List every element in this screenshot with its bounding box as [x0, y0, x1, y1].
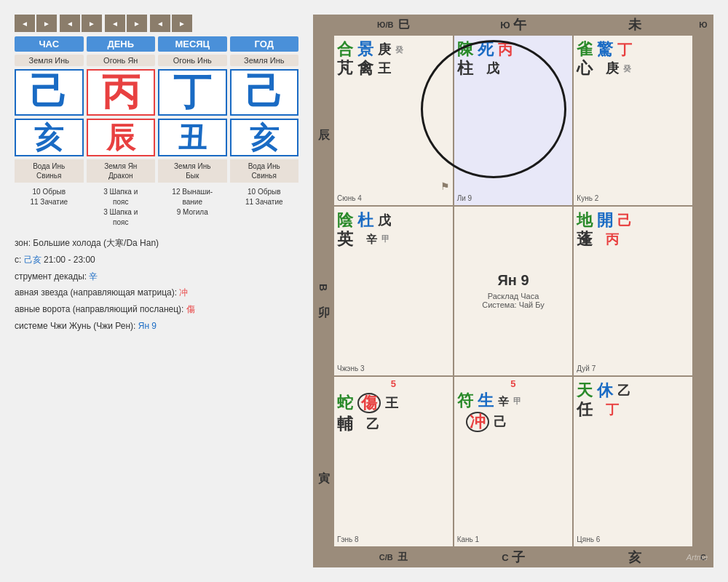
text-line-1: с: 己亥 21:00 - 23:00	[15, 252, 298, 268]
label-3: авная звезда (направляющая матрица):	[15, 287, 179, 298]
label-4: авные ворота (направляющий посланец):	[15, 304, 186, 314]
char-wang2: 王	[385, 396, 398, 410]
small-char-0: 亥	[15, 119, 84, 156]
char-kai: 開	[597, 212, 613, 228]
elem-label-3: Земля Инь	[230, 55, 299, 66]
label-0: зон:	[15, 238, 33, 248]
col-header-year: ГОД	[230, 36, 299, 52]
elem-label-0: Земля Инь	[15, 55, 84, 66]
dir-top-4: Ю	[693, 15, 713, 35]
dir-right-1	[693, 35, 713, 206]
info-label-3: Вода ИньСвинья	[230, 159, 299, 183]
right-panel: Ю/В 巳 Ю 午 未 Ю 辰 合 景 庚 癸 芃 禽	[313, 15, 713, 567]
char-ren: 任	[577, 402, 593, 418]
dir-top-3: 未	[573, 15, 693, 35]
dir-bot-3: 亥	[573, 547, 693, 567]
nav-day-fwd[interactable]: ►	[82, 15, 102, 32]
cell-center: Ян 9 Расклад Часа Система: Чай Бу	[454, 206, 574, 377]
char-space4	[597, 231, 601, 247]
char-sheng: 生	[478, 393, 494, 409]
small-char-3: 亥	[230, 119, 299, 156]
text-info: зон: Большие холода (大寒/Da Han) с: 己亥 21…	[15, 235, 298, 335]
char-wu2: 戊	[378, 214, 391, 227]
scroll-syun4: ⚑	[440, 180, 450, 192]
nav-day-back[interactable]: ◄	[60, 15, 80, 32]
text-line-4: авные ворота (направляющий посланец): 傷	[15, 301, 298, 318]
char-jing2: 驚	[597, 41, 613, 57]
nav-hour-back[interactable]: ◄	[15, 15, 35, 32]
char-xin1: 心	[577, 60, 593, 76]
char-space6	[457, 414, 462, 430]
sector-gen8: Гэнь 8	[337, 535, 359, 543]
nav-group-year: ◄ ►	[150, 15, 192, 32]
main-container: ◄ ► ◄ ► ◄ ► ◄ ► ЧАС ДЕНЬ МЕСЯЦ ГОД	[0, 0, 728, 582]
val-3: 冲	[179, 287, 188, 298]
char-yin: 陰	[337, 212, 353, 228]
char-xiu: 休	[597, 383, 613, 399]
dir-left-3: 寅	[313, 376, 333, 547]
nav-group-hour: ◄ ►	[15, 15, 57, 32]
char-jing: 景	[357, 41, 373, 57]
char-qin: 禽	[357, 60, 373, 76]
cell-syun4: 合 景 庚 癸 芃 禽 王 Сюнь 4 ⚑	[333, 35, 454, 206]
val-1-char: 己亥	[24, 255, 41, 265]
cell-gen8: 5 蛇 傷 王 輔 乙 Гэнь 8	[333, 376, 454, 547]
badge-kan1: 5	[510, 378, 515, 389]
elem-label-1: Огонь Ян	[87, 55, 156, 66]
dir-top-1: Ю/В 巳	[333, 15, 454, 35]
big-chars-row: 己 丙 丁 己	[15, 69, 298, 116]
left-panel: ◄ ► ◄ ► ◄ ► ◄ ► ЧАС ДЕНЬ МЕСЯЦ ГОД	[15, 15, 298, 567]
text-line-5: системе Чжи Жунь (Чжи Рен): Ян 9	[15, 318, 298, 335]
nav-month-fwd[interactable]: ►	[127, 15, 147, 32]
col-header-hour: ЧАС	[15, 36, 84, 52]
label-2: струмент декады:	[15, 271, 89, 282]
watermark: Artme	[687, 553, 708, 562]
char-bing2: 丙	[606, 233, 619, 246]
nav-month-back[interactable]: ◄	[105, 15, 125, 32]
text-line-0: зон: Большие холода (大寒/Da Han)	[15, 235, 298, 252]
extra-2: 12 Вынаши-вание9 Могила	[158, 186, 227, 229]
extra-1: 3 Шапка ипояс3 Шапка ипояс	[87, 186, 156, 229]
col-header-month: МЕСЯЦ	[158, 36, 227, 52]
char-fen: 芃	[337, 60, 353, 76]
extra-info: 10 Обрыв11 Зачатие 3 Шапка ипояс3 Шапка …	[15, 186, 298, 229]
sector-kan1: Кань 1	[457, 535, 479, 543]
dir-right-2	[693, 206, 713, 377]
char-wang1: 王	[378, 62, 391, 75]
char-yi2: 乙	[617, 384, 630, 397]
badge-gen8: 5	[391, 378, 396, 389]
char-space7	[597, 402, 601, 418]
char-space3	[357, 231, 362, 247]
char-ding1: 丁	[617, 42, 632, 57]
big-char-3: 己	[230, 69, 299, 116]
element-labels: Земля Инь Огонь Ян Огонь Инь Земля Инь	[15, 55, 298, 66]
char-ji1: 己	[617, 213, 632, 228]
nav-hour-fwd[interactable]: ►	[36, 15, 57, 32]
big-char-0: 己	[15, 69, 84, 116]
dir-left-1: 辰	[313, 35, 333, 206]
info-label-1: Земля ЯнДракон	[87, 159, 156, 183]
center-sub2: Система: Чай Бу	[482, 300, 545, 309]
small-chars-row: 亥 辰 丑 亥	[15, 119, 298, 156]
char-geng1: 庚	[378, 43, 391, 56]
char-sup3: 甲	[381, 235, 389, 243]
nav-year-fwd[interactable]: ►	[172, 15, 192, 32]
text-line-2: струмент декады: 辛	[15, 268, 298, 285]
char-sup1: 癸	[395, 46, 403, 54]
char-fu1: 輔	[337, 416, 353, 432]
dir-left-2: В 卯	[313, 206, 333, 377]
nav-year-back[interactable]: ◄	[150, 15, 170, 32]
extra-0: 10 Обрыв11 Зачатие	[15, 186, 84, 229]
val-0: Большие холода (大寒/Da Han)	[33, 238, 159, 248]
char-xin2: 辛	[366, 234, 377, 244]
char-shang-circled: 傷	[357, 393, 381, 413]
label-5: системе Чжи Жунь (Чжи Рен):	[15, 321, 138, 331]
text-line-3: авная звезда (направляющая матрица): 冲	[15, 284, 298, 301]
val-2: 辛	[89, 271, 98, 282]
char-ding2: 丁	[606, 403, 619, 416]
cell-kan1: 5 符 生 辛 甲 冲 己 Кань 1	[454, 376, 574, 547]
cell-zhen3: 陰 杜 戊 英 辛 甲 Чжэнь 3	[333, 206, 454, 377]
sector-zhen3: Чжэнь 3	[337, 364, 365, 372]
char-wu: 戊	[486, 62, 499, 75]
char-ji2: 己	[494, 415, 507, 428]
